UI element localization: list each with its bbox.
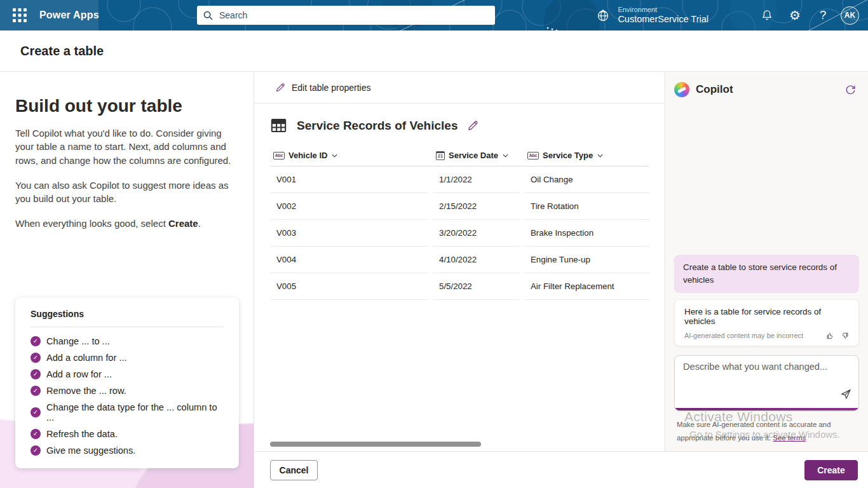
suggestion-label: Remove the ... row.: [46, 386, 126, 396]
help-button[interactable]: ?: [809, 0, 837, 30]
paragraph-3-bold: Create: [168, 218, 198, 229]
column-header-vehicle-id[interactable]: Abc Vehicle ID: [270, 151, 428, 160]
cell-service-date: 1/1/2022: [433, 166, 519, 193]
cell-service-date: 3/20/2022: [433, 220, 519, 247]
table-row[interactable]: V005 5/5/2022 Air Filter Replacement: [270, 273, 649, 300]
suggestion-label: Change the data type for the ... column …: [46, 402, 224, 423]
copilot-prompt-input[interactable]: [675, 356, 858, 403]
panel-paragraph-2: You can also ask Copilot to suggest more…: [15, 179, 239, 206]
text-type-icon: Abc: [527, 152, 539, 159]
table-row[interactable]: V002 2/15/2022 Tire Rotation: [270, 193, 649, 220]
text-type-icon: Abc: [273, 152, 285, 159]
copilot-logo-icon: [674, 82, 689, 97]
global-search[interactable]: [197, 6, 495, 25]
search-input[interactable]: [219, 10, 489, 20]
paragraph-3-prefix: When everything looks good, select: [15, 218, 168, 229]
thumbs-down-button[interactable]: [841, 332, 849, 340]
bell-icon: [761, 9, 773, 22]
edit-table-properties-button[interactable]: Edit table properties: [254, 72, 665, 104]
copilot-message-footer: AI-generated content may be incorrect: [684, 332, 849, 340]
cell-service-date: 2/15/2022: [433, 193, 519, 220]
cell-vehicle-id: V001: [270, 166, 428, 193]
check-icon: ✓: [31, 445, 41, 456]
suggestion-item[interactable]: ✓Add a row for ...: [31, 369, 224, 379]
copilot-input-box: [674, 355, 859, 411]
topbar: Power Apps Environment CustomerService T…: [0, 0, 868, 30]
copilot-title: Copilot: [696, 83, 733, 96]
suggestions-list: ✓Change ... to ... ✓Add a column for ...…: [31, 336, 224, 456]
column-label: Service Date: [449, 151, 498, 160]
app-name[interactable]: Power Apps: [39, 10, 99, 21]
user-chat-message: Create a table to store service records …: [674, 255, 859, 293]
check-icon: ✓: [31, 429, 41, 439]
pencil-icon: [275, 83, 285, 93]
date-type-icon: 21: [436, 151, 445, 160]
app-launcher-waffle-icon[interactable]: [9, 4, 31, 26]
refresh-icon: [844, 84, 857, 96]
suggestion-item[interactable]: ✓Remove the ... row.: [31, 386, 224, 396]
cell-service-type: Brake Inspection: [524, 220, 649, 247]
check-icon: ✓: [31, 353, 41, 363]
environment-label: Environment: [618, 6, 709, 14]
see-terms-link[interactable]: See terms: [773, 434, 806, 442]
column-header-service-date[interactable]: 21 Service Date: [433, 151, 519, 160]
topbar-left: Power Apps: [0, 0, 108, 30]
check-icon: ✓: [31, 386, 41, 396]
instructions-panel: Build out your table Tell Copilot what y…: [0, 72, 254, 488]
ai-disclaimer: AI-generated content may be incorrect: [684, 332, 803, 339]
topbar-right: Environment CustomerService Trial ⚙ ? AK: [596, 0, 868, 30]
column-label: Vehicle ID: [288, 151, 327, 160]
chevron-down-icon: [503, 154, 508, 158]
environment-picker[interactable]: Environment CustomerService Trial: [596, 6, 709, 24]
table-row[interactable]: V004 4/10/2022 Engine Tune-up: [270, 247, 649, 273]
suggestion-item[interactable]: ✓Change ... to ...: [31, 336, 224, 346]
table-preview-panel: Edit table properties Service Records of…: [254, 72, 665, 451]
gear-icon: ⚙: [789, 8, 801, 23]
suggestions-divider: [31, 327, 224, 327]
horizontal-scrollbar[interactable]: [270, 442, 481, 447]
settings-button[interactable]: ⚙: [781, 0, 809, 30]
table-header-row: Abc Vehicle ID 21 Service Date Abc Servi…: [270, 151, 649, 166]
table-title: Service Records of Vehicles: [297, 119, 458, 133]
suggestion-label: Refresh the data.: [46, 429, 118, 439]
cell-vehicle-id: V003: [270, 220, 428, 247]
create-button[interactable]: Create: [804, 460, 858, 480]
page-header: Create a table: [0, 30, 868, 72]
table-icon: [270, 117, 287, 134]
copilot-panel: Copilot Create a table to store service …: [665, 72, 868, 451]
suggestion-item[interactable]: ✓Change the data type for the ... column…: [31, 402, 224, 423]
check-icon: ✓: [31, 336, 41, 346]
suggestions-card: Suggestions ✓Change ... to ... ✓Add a co…: [15, 297, 239, 468]
suggestion-label: Add a row for ...: [46, 369, 112, 379]
check-icon: ✓: [31, 369, 41, 379]
table-row[interactable]: V003 3/20/2022 Brake Inspection: [270, 220, 649, 247]
instructions-content: Build out your table Tell Copilot what y…: [0, 72, 254, 231]
environment-texts: Environment CustomerService Trial: [618, 6, 709, 24]
cell-service-type: Oil Change: [524, 166, 649, 193]
footnote-text: Make sure AI-generated content is accura…: [677, 421, 831, 442]
notifications-button[interactable]: [753, 0, 781, 30]
copilot-header: Copilot: [674, 81, 859, 98]
cell-service-type: Air Filter Replacement: [524, 273, 649, 300]
environment-name: CustomerService Trial: [618, 14, 709, 25]
page-title: Create a table: [20, 44, 104, 58]
suggestion-item[interactable]: ✓Add a column for ...: [31, 353, 224, 363]
edit-table-name-icon[interactable]: [467, 120, 478, 132]
account-avatar[interactable]: AK: [841, 6, 859, 25]
preview-table: Abc Vehicle ID 21 Service Date Abc Servi…: [270, 151, 649, 300]
table-row[interactable]: V001 1/1/2022 Oil Change: [270, 166, 649, 193]
copilot-chat-message: Here is a table for service records of v…: [674, 299, 859, 346]
chevron-down-icon: [332, 154, 337, 158]
suggestion-item[interactable]: ✓Refresh the data.: [31, 429, 224, 439]
refresh-chat-button[interactable]: [841, 81, 859, 98]
suggestion-label: Add a column for ...: [46, 353, 127, 363]
send-button[interactable]: [839, 388, 852, 403]
panel-paragraph-3: When everything looks good, select Creat…: [15, 217, 239, 230]
thumbs-up-button[interactable]: [826, 332, 834, 340]
input-accent-bar: [675, 408, 858, 410]
suggestion-item[interactable]: ✓Give me suggestions.: [31, 445, 224, 456]
cell-service-type: Tire Rotation: [524, 193, 649, 220]
column-header-service-type[interactable]: Abc Service Type: [524, 151, 649, 160]
cancel-button[interactable]: Cancel: [270, 460, 318, 480]
paragraph-3-suffix: .: [198, 218, 201, 229]
